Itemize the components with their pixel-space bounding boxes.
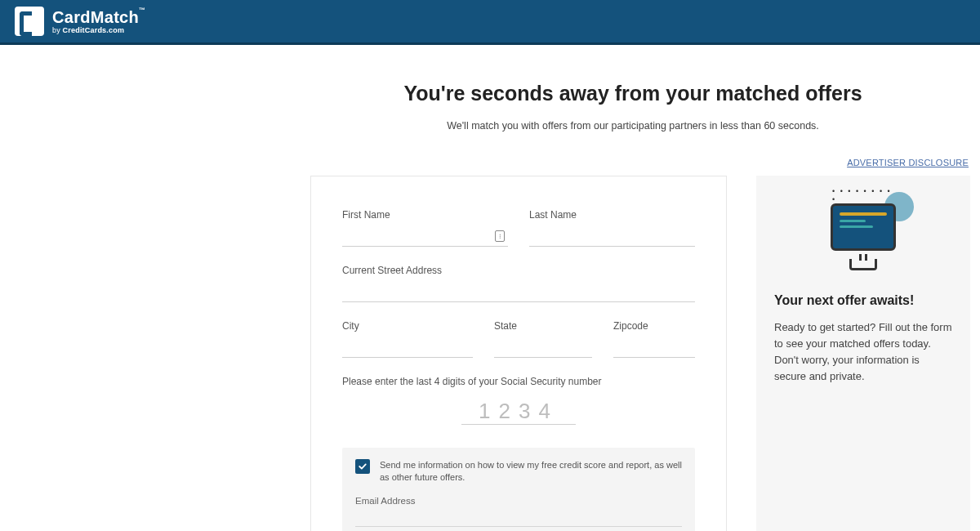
email-opt-in-panel: Send me information on how to view my fr… — [342, 448, 695, 531]
last-name-input[interactable] — [529, 227, 695, 247]
sidebar-title: Your next offer awaits! — [774, 293, 952, 308]
sidebar-body: Ready to get started? Fill out the form … — [774, 319, 952, 386]
page-subtitle: We'll match you with offers from our par… — [310, 120, 956, 132]
top-header: CardMatch™ by CreditCards.com — [0, 0, 980, 45]
opt-in-text: Send me information on how to view my fr… — [380, 459, 682, 484]
ssn-last4-input[interactable] — [461, 399, 576, 425]
city-label: City — [342, 320, 473, 332]
zip-label: Zipcode — [613, 320, 695, 332]
email-label: Email Address — [355, 496, 682, 506]
first-name-input[interactable] — [342, 227, 508, 247]
page-title: You're seconds away from your matched of… — [310, 82, 956, 105]
city-field-wrap: City — [342, 320, 473, 358]
autofill-icon: ⁝ — [495, 230, 505, 242]
street-input[interactable] — [342, 283, 695, 302]
state-label: State — [494, 320, 592, 332]
ssn-label: Please enter the last 4 digits of your S… — [342, 376, 695, 387]
first-name-field-wrap: First Name ⁝ — [342, 209, 508, 247]
logo-icon — [15, 7, 44, 36]
monitor-illustration: • • • • • • • • • — [774, 197, 952, 269]
zip-field-wrap: Zipcode — [613, 320, 695, 358]
first-name-label: First Name — [342, 209, 508, 221]
match-form: First Name ⁝ Last Name Current Street Ad… — [310, 176, 727, 531]
street-field-wrap: Current Street Address — [342, 265, 695, 302]
city-input[interactable] — [342, 338, 473, 358]
check-icon — [358, 462, 368, 471]
advertiser-disclosure-link[interactable]: ADVERTISER DISCLOSURE — [847, 158, 969, 167]
brand-name: CardMatch™ — [52, 9, 145, 25]
zip-input[interactable] — [613, 338, 695, 358]
brand-byline: by CreditCards.com — [52, 27, 145, 34]
brand-logo[interactable]: CardMatch™ by CreditCards.com — [15, 7, 145, 36]
last-name-field-wrap: Last Name — [529, 209, 695, 247]
last-name-label: Last Name — [529, 209, 695, 221]
street-label: Current Street Address — [342, 265, 695, 276]
info-sidebar: • • • • • • • • • Your next offer awaits… — [756, 176, 970, 531]
opt-in-checkbox[interactable] — [355, 459, 370, 474]
state-input[interactable] — [494, 338, 592, 358]
state-field-wrap: State — [494, 320, 592, 358]
email-input[interactable] — [355, 509, 682, 525]
